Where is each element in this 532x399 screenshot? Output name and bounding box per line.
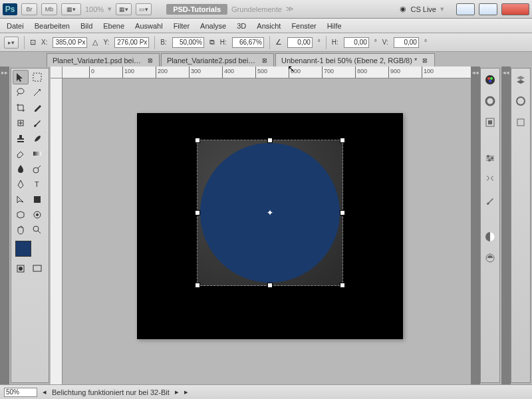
screenmode-tool[interactable] bbox=[29, 261, 45, 276]
bridge-button[interactable]: Br bbox=[21, 3, 37, 15]
styles-panel-icon[interactable] bbox=[483, 115, 497, 130]
x-input[interactable] bbox=[53, 37, 87, 48]
masks-panel-icon[interactable] bbox=[483, 172, 497, 187]
zoom-dropdown-icon[interactable]: ▾ bbox=[108, 5, 112, 13]
cslive-dropdown-icon[interactable]: ▾ bbox=[440, 5, 444, 13]
delta-icon[interactable]: △ bbox=[92, 38, 98, 47]
wand-tool[interactable] bbox=[29, 85, 45, 100]
ruler-horizontal[interactable]: 0 100 200 300 400 500 600 700 800 900 10… bbox=[63, 66, 471, 78]
window-maximize[interactable] bbox=[479, 3, 497, 15]
foreground-color[interactable] bbox=[15, 241, 31, 257]
3d-camera-tool[interactable] bbox=[29, 207, 45, 222]
brush-panel-icon[interactable] bbox=[483, 194, 497, 208]
type-tool[interactable]: T bbox=[29, 177, 45, 192]
gradient-tool[interactable] bbox=[29, 146, 45, 161]
color-panel-icon[interactable] bbox=[483, 72, 497, 87]
cslive-label[interactable]: CS Live bbox=[410, 5, 436, 13]
center-point-icon[interactable]: ✦ bbox=[266, 209, 274, 217]
close-icon[interactable]: ⊠ bbox=[261, 57, 268, 65]
pen-tool[interactable] bbox=[13, 177, 29, 192]
zoom-tool[interactable] bbox=[29, 223, 45, 237]
next-icon[interactable]: ▸ bbox=[175, 388, 179, 396]
w-input[interactable] bbox=[172, 37, 204, 48]
screenmode-button[interactable]: ▭▾ bbox=[136, 3, 152, 15]
workspace-more-icon[interactable]: ≫ bbox=[286, 5, 294, 13]
handle-tm[interactable] bbox=[267, 138, 273, 143]
channels-icon[interactable] bbox=[513, 94, 528, 108]
menu-datei[interactable]: Datei bbox=[7, 22, 24, 30]
swatches-panel-icon[interactable] bbox=[483, 94, 497, 108]
handle-bl[interactable] bbox=[195, 283, 200, 288]
menu-auswahl[interactable]: Auswahl bbox=[135, 22, 163, 30]
link-icon[interactable]: ⧉ bbox=[209, 38, 215, 47]
view-extras-button[interactable]: ▦▾ bbox=[61, 3, 81, 15]
skew-h-input[interactable] bbox=[344, 37, 369, 48]
eyedropper-tool[interactable] bbox=[29, 100, 45, 115]
menu-ansicht[interactable]: Ansicht bbox=[257, 22, 281, 30]
menu-3d[interactable]: 3D bbox=[237, 22, 246, 30]
handle-tr[interactable] bbox=[340, 138, 345, 143]
tool-preset-button[interactable]: ▸▾ bbox=[4, 37, 19, 49]
eraser-tool[interactable] bbox=[13, 146, 29, 161]
left-collapse-strip[interactable]: ▸▸ bbox=[0, 66, 9, 384]
3d-tool[interactable] bbox=[13, 207, 29, 222]
dodge-tool[interactable] bbox=[29, 162, 45, 176]
arrange-button[interactable]: ▦▾ bbox=[116, 3, 132, 15]
tab-doc3[interactable]: Unbenannt-1 bei 50% (Ebene 2, RGB/8) *⊠ bbox=[275, 53, 435, 66]
close-icon[interactable]: ⊠ bbox=[146, 57, 154, 65]
menu-bild[interactable]: Bild bbox=[80, 22, 92, 30]
menu-fenster[interactable]: Fenster bbox=[291, 22, 316, 30]
lasso-tool[interactable] bbox=[13, 85, 29, 100]
window-minimize[interactable] bbox=[456, 3, 475, 15]
skew-v-input[interactable] bbox=[394, 37, 419, 48]
menu-ebene[interactable]: Ebene bbox=[103, 22, 124, 30]
quickmask-button[interactable] bbox=[13, 261, 29, 276]
adjustments-panel-icon[interactable] bbox=[483, 151, 497, 166]
canvas[interactable]: ✦ bbox=[137, 113, 403, 339]
channels-panel-icon[interactable] bbox=[483, 251, 497, 265]
right-collapse-strip-2[interactable]: ◂◂ bbox=[501, 66, 511, 384]
brush-tool[interactable] bbox=[29, 116, 45, 130]
tab-doc2[interactable]: Planet_Variante2.psd bei 10…⊠ bbox=[161, 53, 274, 66]
right-collapse-strip-1[interactable]: ◂◂ bbox=[471, 66, 480, 384]
menu-filter[interactable]: Filter bbox=[174, 22, 190, 30]
close-icon[interactable]: ⊠ bbox=[421, 57, 429, 65]
menu-bearbeiten[interactable]: Bearbeiten bbox=[35, 22, 70, 30]
zoom-input[interactable] bbox=[4, 388, 37, 397]
transform-box[interactable]: ✦ bbox=[197, 140, 343, 286]
menu-analyse[interactable]: Analyse bbox=[200, 22, 226, 30]
info-dropdown-icon[interactable]: ▸ bbox=[184, 388, 188, 396]
menu-hilfe[interactable]: Hilfe bbox=[327, 22, 342, 30]
handle-tl[interactable] bbox=[195, 138, 200, 143]
h-input[interactable] bbox=[232, 37, 264, 48]
cslive-icon[interactable]: ◉ bbox=[400, 5, 406, 13]
handle-ml[interactable] bbox=[195, 210, 200, 215]
shape-tool[interactable] bbox=[29, 192, 45, 207]
path-tool[interactable] bbox=[13, 192, 29, 207]
healing-tool[interactable] bbox=[13, 116, 29, 130]
ruler-vertical[interactable] bbox=[51, 78, 63, 384]
hand-tool[interactable] bbox=[13, 223, 29, 237]
history-brush-tool[interactable] bbox=[29, 131, 45, 146]
workspace-psdtutorials[interactable]: PSD-Tutorials bbox=[166, 4, 227, 15]
minibridge-button[interactable]: Mb bbox=[41, 3, 57, 15]
ruler-origin[interactable] bbox=[51, 66, 63, 78]
blur-tool[interactable] bbox=[13, 162, 29, 176]
handle-mr[interactable] bbox=[340, 210, 345, 215]
move-tool[interactable] bbox=[13, 70, 29, 84]
stamp-tool[interactable] bbox=[13, 131, 29, 146]
layers-panel-icon[interactable] bbox=[483, 229, 497, 244]
angle-input[interactable] bbox=[287, 37, 313, 48]
paths-icon[interactable] bbox=[513, 115, 528, 130]
tab-doc1[interactable]: Planet_Variante1.psd bei 10…⊠ bbox=[47, 53, 160, 66]
layers-icon[interactable] bbox=[513, 72, 528, 87]
crop-tool[interactable] bbox=[13, 100, 29, 115]
workspace-grundelemente[interactable]: Grundelemente bbox=[231, 5, 282, 13]
handle-bm[interactable] bbox=[267, 283, 273, 288]
marquee-tool[interactable] bbox=[29, 70, 45, 84]
handle-br[interactable] bbox=[340, 283, 345, 288]
prev-icon[interactable]: ◂ bbox=[43, 388, 47, 396]
window-close[interactable] bbox=[501, 3, 529, 15]
reference-point-icon[interactable]: ⊡ bbox=[30, 38, 36, 47]
y-input[interactable] bbox=[114, 37, 149, 48]
